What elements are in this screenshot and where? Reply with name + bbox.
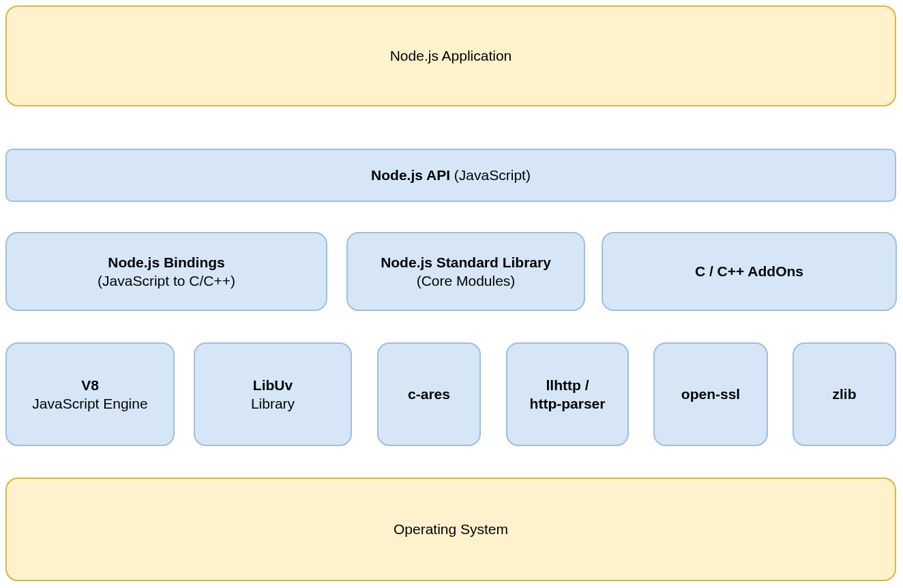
bindings-title: Node.js Bindings: [108, 253, 225, 271]
cares-title: c-ares: [408, 385, 450, 403]
layer-addons: C / C++ AddOns: [602, 232, 897, 311]
libuv-title: LibUv: [253, 376, 293, 394]
lib-openssl: open-ssl: [653, 342, 768, 446]
stdlib-title: Node.js Standard Library: [381, 253, 551, 271]
layer-os: Operating System: [5, 477, 896, 581]
bindings-subtitle: (JavaScript to C/C++): [98, 271, 235, 290]
openssl-title: open-ssl: [681, 385, 740, 403]
api-bold: Node.js API: [371, 167, 450, 183]
os-label: Operating System: [394, 520, 508, 538]
addons-title: C / C++ AddOns: [695, 262, 803, 280]
llhttp-line1: llhttp /: [546, 376, 589, 394]
lib-cares: c-ares: [377, 342, 481, 446]
llhttp-line2: http-parser: [530, 394, 606, 413]
lib-v8: V8 JavaScript Engine: [5, 342, 175, 446]
libuv-subtitle: Library: [251, 394, 295, 413]
api-paren: (JavaScript): [450, 167, 531, 183]
layer-stdlib: Node.js Standard Library (Core Modules): [346, 232, 585, 311]
v8-subtitle: JavaScript Engine: [32, 394, 147, 413]
lib-llhttp: llhttp / http-parser: [506, 342, 629, 446]
v8-title: V8: [81, 376, 99, 394]
zlib-title: zlib: [833, 385, 857, 403]
layer-bindings: Node.js Bindings (JavaScript to C/C++): [5, 232, 327, 311]
layer-api: Node.js API (JavaScript): [5, 149, 896, 202]
layer-application: Node.js Application: [5, 5, 896, 106]
lib-libuv: LibUv Library: [194, 342, 352, 446]
lib-zlib: zlib: [793, 342, 896, 446]
api-label: Node.js API (JavaScript): [371, 166, 531, 184]
application-label: Node.js Application: [390, 46, 512, 65]
stdlib-subtitle: (Core Modules): [417, 271, 516, 290]
architecture-diagram: Node.js Application Node.js API (JavaScr…: [0, 0, 903, 588]
